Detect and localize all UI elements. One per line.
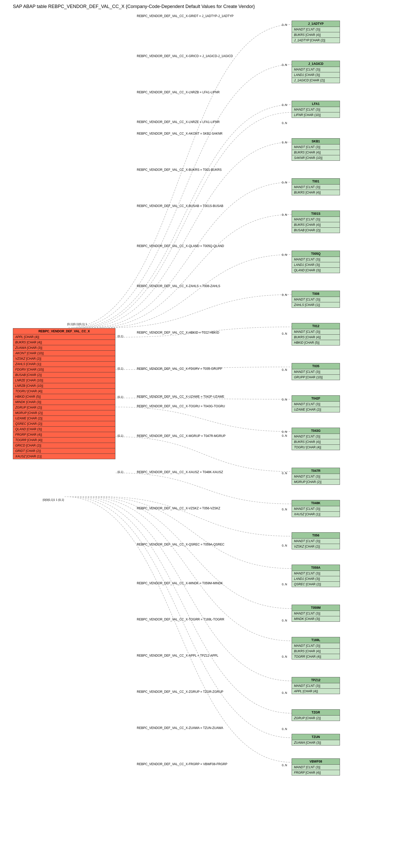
ref-table-J_1AGICD: J_1AGICDMANDT [CLNT (3)]LAND1 [CHAR (3)]… — [292, 61, 340, 83]
main-field: VZSKZ [CHAR (2)] — [13, 356, 115, 362]
ref-field: LAND1 [CHAR (3)] — [292, 262, 340, 268]
ref-field: MANDT [CLNT (3)] — [292, 506, 340, 512]
dst-cardinality: 0..N — [282, 544, 287, 547]
rel-label: REBPC_VENDOR_DEF_VAL_CC_X-GRIDT = J_1ADT… — [137, 14, 234, 18]
ref-field: MANDT [CLNT (3)] — [292, 611, 340, 616]
ref-table-T059A: T059AMANDT [CLNT (3)]LAND1 [CHAR (3)]QSR… — [292, 565, 340, 587]
main-field: FRGRP [CHAR (4)] — [13, 432, 115, 437]
src-cardinality: {0,1} — [117, 335, 123, 338]
dst-cardinality: 0..N — [282, 253, 287, 256]
main-field: ZAHLS [CHAR (1)] — [13, 362, 115, 367]
main-field: TOGRU [CHAR (4)] — [13, 389, 115, 394]
ref-field: ZAHLS [CHAR (1)] — [292, 302, 340, 308]
main-field: AKONT [CHAR (10)] — [13, 351, 115, 356]
ref-table-header: J_1ADTYP — [292, 21, 340, 27]
ref-field: MANDT [CLNT (3)] — [292, 434, 340, 439]
rel-label: REBPC_VENDOR_DEF_VAL_CC_X-VZSKZ = T056-V… — [137, 506, 220, 510]
dst-cardinality: 0..N — [282, 63, 287, 66]
rel-label: REBPC_VENDOR_DEF_VAL_CC_X-XAUSZ = T048K-… — [137, 470, 223, 474]
ref-field: J_1AGICD [CHAR (2)] — [292, 78, 340, 83]
ref-field: HBKID [CHAR (5)] — [292, 340, 340, 345]
dst-cardinality: 0..N — [282, 213, 287, 216]
dst-cardinality: 0..N — [282, 293, 287, 297]
rel-label: REBPC_VENDOR_DEF_VAL_CC_X-GRICD = J_1AGI… — [137, 54, 233, 58]
ref-table-T048K: T048KMANDT [CLNT (3)]XAUSZ [CHAR (1)] — [292, 500, 340, 517]
ref-field: QLAND [CHAR (3)] — [292, 268, 340, 273]
ref-table-T043G: T043GMANDT [CLNT (3)]BUKRS [CHAR (4)]TOG… — [292, 428, 340, 450]
ref-field: J_1ADTYP [CHAR (2)] — [292, 38, 340, 43]
main-field: ZUAWA [CHAR (3)] — [13, 345, 115, 351]
main-field: GRICD [CHAR (2)] — [13, 443, 115, 448]
ref-table-T059M: T059MMANDT [CLNT (3)]MINDK [CHAR (3)] — [292, 605, 340, 622]
main-field: BUKRS [CHAR (4)] — [13, 340, 115, 345]
ref-field: MANDT [CLNT (3)] — [292, 643, 340, 649]
rel-label: REBPC_VENDOR_DEF_VAL_CC_X-ZUAWA = TZUN-Z… — [137, 726, 223, 730]
ref-table-header: T001S — [292, 211, 340, 217]
rel-label: REBPC_VENDOR_DEF_VAL_CC_X-AKONT = SKB1-S… — [137, 132, 223, 135]
rel-label: REBPC_VENDOR_DEF_VAL_CC_X-FRGRP = VBWF08… — [137, 762, 227, 766]
dst-cardinality: 0..N — [282, 434, 287, 437]
dst-cardinality: 0..N — [282, 764, 287, 767]
dst-cardinality: 0..N — [282, 508, 287, 511]
ref-field: MANDT [CLNT (3)] — [292, 474, 340, 479]
ref-field: MANDT [CLNT (3)] — [292, 683, 340, 689]
src-cards-bottom: {0{0{0,1}1 1 {0,1} — [43, 498, 64, 501]
ref-table-header: T047R — [292, 468, 340, 474]
ref-field: TOGRU [CHAR (4)] — [292, 445, 340, 450]
ref-field: LIFNR [CHAR (10)] — [292, 113, 340, 118]
ref-field: BUSAB [CHAR (2)] — [292, 228, 340, 233]
dst-cardinality: 0..N — [282, 332, 287, 335]
main-table-header: REBPC_VENDOR_DEF_VAL_CC_X — [13, 329, 115, 334]
ref-table-T035: T035MANDT [CLNT (3)]GRUPP [CHAR (10)] — [292, 363, 340, 380]
diagram-title: SAP ABAP table REBPC_VENDOR_DEF_VAL_CC_X… — [13, 4, 255, 9]
ref-field: MGRUP [CHAR (2)] — [292, 479, 340, 485]
ref-field: MANDT [CLNT (3)] — [292, 27, 340, 32]
main-table: REBPC_VENDOR_DEF_VAL_CC_X APPL [CHAR (4)… — [13, 328, 115, 459]
ref-table-T047R: T047RMANDT [CLNT (3)]MGRUP [CHAR (2)] — [292, 468, 340, 485]
main-field: ZGRUP [CHAR (2)] — [13, 405, 115, 410]
main-field: BUSAB [CHAR (2)] — [13, 372, 115, 378]
rel-label: REBPC_VENDOR_DEF_VAL_CC_X-HBKID = T012-H… — [137, 331, 219, 334]
main-field: LNRZE [CHAR (10)] — [13, 378, 115, 383]
ref-table-T008: T008MANDT [CLNT (3)]ZAHLS [CHAR (1)] — [292, 291, 340, 308]
rel-label: REBPC_VENDOR_DEF_VAL_CC_X-APPL = TPZ12-A… — [137, 654, 218, 657]
ref-field: LAND1 [CHAR (3)] — [292, 576, 340, 582]
ref-field: MANDT [CLNT (3)] — [292, 765, 340, 770]
src-cardinality: {0,1} — [117, 434, 123, 437]
ref-table-header: T059A — [292, 565, 340, 571]
dst-cardinality: 0..N — [282, 691, 287, 694]
dst-cardinality: 0..N — [282, 23, 287, 26]
src-cards-top: {0,1}{0,1}{0,1} 1 — [67, 322, 87, 326]
ref-field: MANDT [CLNT (3)] — [292, 67, 340, 72]
dst-cardinality: 0..N — [282, 655, 287, 658]
dst-cardinality: 0..N — [282, 103, 287, 106]
main-field: QSREC [CHAR (2)] — [13, 421, 115, 427]
ref-table-TZGR: TZGRZGRUP [CHAR (2)] — [292, 709, 340, 721]
rel-label: REBPC_VENDOR_DEF_VAL_CC_X-BUSAB = T001S-… — [137, 204, 223, 208]
ref-table-header: T005Q — [292, 251, 340, 257]
rel-label: REBPC_VENDOR_DEF_VAL_CC_X-MINDK = T059M-… — [137, 582, 223, 585]
ref-field: BUKRS [CHAR (4)] — [292, 222, 340, 228]
ref-field: UZAWE [CHAR (2)] — [292, 407, 340, 412]
ref-field: BUKRS [CHAR (4)] — [292, 190, 340, 195]
ref-field: QSREC [CHAR (2)] — [292, 582, 340, 587]
ref-field: ZUAWA [CHAR (3)] — [292, 740, 340, 745]
dst-cardinality: 0..N — [282, 368, 287, 371]
ref-field: TOGRR [CHAR (4)] — [292, 654, 340, 659]
ref-field: MANDT [CLNT (3)] — [292, 257, 340, 262]
ref-table-header: T059M — [292, 605, 340, 611]
ref-table-header: T012 — [292, 323, 340, 329]
rel-label: REBPC_VENDOR_DEF_VAL_CC_X-LNRZE = LFA1-L… — [137, 120, 219, 124]
ref-table-header: T008 — [292, 291, 340, 297]
ref-field: APPL [CHAR (4)] — [292, 689, 340, 694]
ref-field: MANDT [CLNT (3)] — [292, 297, 340, 302]
ref-table-T001S: T001SMANDT [CLNT (3)]BUKRS [CHAR (4)]BUS… — [292, 211, 340, 233]
rel-label: REBPC_VENDOR_DEF_VAL_CC_X-LNRZB = LFA1-L… — [137, 90, 219, 94]
ref-field: GRUPP [CHAR (10)] — [292, 375, 340, 380]
ref-table-header: T056 — [292, 533, 340, 538]
main-field: APPL [CHAR (4)] — [13, 334, 115, 340]
ref-field: MANDT [CLNT (3)] — [292, 329, 340, 335]
ref-table-T005Q: T005QMANDT [CLNT (3)]LAND1 [CHAR (3)]QLA… — [292, 251, 340, 273]
main-field: MINDK [CHAR (3)] — [13, 400, 115, 405]
ref-field: MANDT [CLNT (3)] — [292, 538, 340, 544]
